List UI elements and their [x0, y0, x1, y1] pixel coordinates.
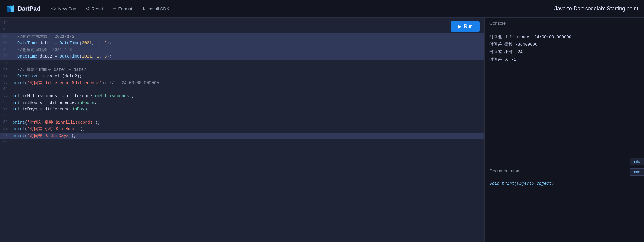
- documentation-panel: Documentation void print(Object? object)…: [485, 165, 644, 242]
- code-line: 51 //计算两个时间差 date1 - date2: [0, 66, 484, 73]
- code-line: 50: [0, 60, 484, 66]
- line-content: //计算两个时间差 date1 - date2: [12, 66, 484, 73]
- run-btn-container: ▶ Run: [451, 21, 480, 32]
- line-content: [12, 86, 484, 93]
- line-number: 49: [0, 53, 12, 59]
- code-line: 58: [0, 112, 484, 119]
- line-content: int inDays = difference.inDays;: [12, 106, 484, 112]
- line-number: 47: [0, 40, 12, 46]
- line-number: 60: [0, 126, 12, 132]
- code-line: 60print('时间差 小时 $intHours');: [0, 126, 484, 132]
- code-line: 61print('时间差 天 $inDays');: [0, 133, 484, 139]
- line-number: 51: [0, 66, 12, 73]
- run-label: Run: [464, 24, 473, 29]
- line-number: 45: [0, 27, 12, 33]
- console-line: 时间差 difference -24:00:00.000000: [489, 34, 639, 41]
- line-content: Duration = date1.(date2);: [12, 73, 484, 79]
- code-line: 45: [0, 27, 484, 33]
- code-line: 59print('时间差 毫秒 $inMilliseconds');: [0, 119, 484, 126]
- reset-icon: ↺: [86, 6, 90, 12]
- run-button[interactable]: ▶ Run: [451, 21, 480, 32]
- code-line: 62: [0, 139, 484, 145]
- line-content: [12, 60, 484, 66]
- install-sdk-icon: ⬇: [142, 6, 146, 12]
- line-content: //创建时间对象 2021-1-3: [12, 47, 484, 53]
- line-content: DateTime date2 = DateTime(2021, 1, 3);: [12, 53, 484, 60]
- code-line: 44: [0, 20, 484, 27]
- code-line: 55int inMilliseconds = difference.inMill…: [0, 93, 484, 99]
- install-sdk-label: Install SDK: [147, 6, 169, 11]
- line-number: 53: [0, 80, 12, 86]
- line-content: print('时间差 小时 $intHours');: [12, 126, 484, 132]
- run-play-icon: ▶: [458, 24, 462, 29]
- code-line: 48 //创建时间对象 2021-1-3: [0, 47, 484, 53]
- code-line: 52 Duration = date1.(date2);: [0, 73, 484, 79]
- code-line: 49 DateTime date2 = DateTime(2021, 1, 3)…: [0, 53, 484, 60]
- console-line: 时间差 毫秒 -86400000: [489, 41, 639, 48]
- console-line: 时间差 小时 -24: [489, 48, 639, 56]
- line-number: 62: [0, 139, 12, 145]
- line-number: 57: [0, 106, 12, 112]
- line-number: 48: [0, 47, 12, 53]
- line-number: 59: [0, 119, 12, 125]
- format-icon: ☰: [112, 6, 116, 12]
- dartpad-logo: [6, 4, 15, 14]
- line-content: [12, 20, 484, 27]
- app-header: DartPad <> New Pad ↺ Reset ☰ Format ⬇ In…: [0, 0, 644, 18]
- line-number: 52: [0, 73, 12, 79]
- code-editor-area: ▶ Run 44 45 46 //创建时间对象 2021-1-247 DateT…: [0, 18, 484, 242]
- format-label: Format: [118, 6, 132, 11]
- code-line: 54: [0, 86, 484, 93]
- new-pad-icon: <>: [51, 6, 57, 12]
- line-number: 44: [0, 20, 12, 26]
- code-line: 53print('时间差 difference $difference'); /…: [0, 80, 484, 86]
- reset-button[interactable]: ↺ Reset: [82, 4, 106, 13]
- line-content: //创建时间对象 2021-1-2: [12, 33, 484, 40]
- line-number: 55: [0, 93, 12, 99]
- console-info-badge[interactable]: info: [630, 158, 644, 165]
- line-content: [12, 112, 484, 119]
- documentation-header: Documentation: [485, 165, 644, 176]
- new-pad-button[interactable]: <> New Pad: [48, 4, 80, 13]
- format-button[interactable]: ☰ Format: [109, 4, 136, 13]
- logo-text: DartPad: [18, 5, 40, 12]
- main-content: ▶ Run 44 45 46 //创建时间对象 2021-1-247 DateT…: [0, 18, 644, 242]
- line-number: 61: [0, 133, 12, 139]
- line-number: 58: [0, 112, 12, 119]
- line-content: print('时间差 difference $difference'); // …: [12, 80, 484, 86]
- line-number: 46: [0, 33, 12, 40]
- install-sdk-button[interactable]: ⬇ Install SDK: [138, 4, 173, 13]
- line-number: 54: [0, 86, 12, 92]
- line-content: int inMilliseconds = difference.inMillis…: [12, 93, 484, 99]
- console-panel: Console 时间差 difference -24:00:00.000000时…: [485, 18, 644, 165]
- line-number: 56: [0, 99, 12, 106]
- console-output: 时间差 difference -24:00:00.000000时间差 毫秒 -8…: [485, 29, 644, 165]
- console-line: 时间差 天 -1: [489, 56, 639, 63]
- line-content: [12, 139, 484, 145]
- line-content: print('时间差 毫秒 $inMilliseconds');: [12, 119, 484, 126]
- code-line: 46 //创建时间对象 2021-1-2: [0, 33, 484, 40]
- code-line: 57int inDays = difference.inDays;: [0, 106, 484, 112]
- line-content: print('时间差 天 $inDays');: [12, 133, 484, 139]
- console-header: Console: [485, 18, 644, 29]
- code-line: 56int intHours = difference.inHours;: [0, 99, 484, 106]
- line-content: [12, 27, 484, 33]
- line-content: int intHours = difference.inHours;: [12, 99, 484, 106]
- page-title: Java-to-Dart codelab: Starting point: [554, 6, 638, 12]
- reset-label: Reset: [91, 6, 103, 11]
- line-content: DateTime date1 = DateTime(2021, 1, 2);: [12, 40, 484, 46]
- right-panel: Console 时间差 difference -24:00:00.000000时…: [484, 18, 644, 242]
- documentation-info-badge[interactable]: info: [630, 168, 644, 176]
- documentation-content: void print(Object? object): [485, 176, 644, 191]
- code-editor[interactable]: 44 45 46 //创建时间对象 2021-1-247 DateTime da…: [0, 18, 484, 242]
- code-line: 47 DateTime date1 = DateTime(2021, 1, 2)…: [0, 40, 484, 46]
- new-pad-label: New Pad: [58, 6, 76, 11]
- line-number: 50: [0, 60, 12, 66]
